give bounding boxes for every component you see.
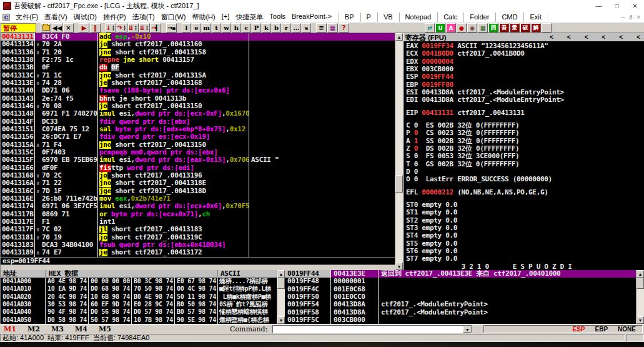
disasm-row[interactable]: 00413151 C074EA 75 12sal byte ptr ds:[ed… — [1, 126, 395, 133]
collapse-chevron-icon[interactable]: < — [602, 34, 605, 41]
stack-row[interactable]: 0019FF4C001E0C68 — [285, 286, 636, 293]
disasm-row[interactable]: 00413143 2e:74 f5bhnt je short 0041313b — [1, 95, 395, 103]
help-icon[interactable]: ? — [339, 23, 349, 33]
command-letter-c[interactable]: c — [242, 23, 251, 33]
disasm-row[interactable]: 00413189∧74 E7je short ctf2017_.00413172 — [1, 249, 395, 256]
register-line[interactable]: ST6 empty 0.0 — [406, 248, 644, 255]
disasm-row[interactable]: 00413136∨71 20jno short ctf2017_.0041315… — [1, 49, 395, 56]
combo-dropdown-icon[interactable]: ▼ — [463, 326, 472, 333]
child-close-icon[interactable]: × — [637, 14, 640, 21]
child-restore-icon[interactable]: ∂ — [629, 14, 632, 21]
disasm-row[interactable]: 00413134∨70 2Ajo short ctf2017_.00413160 — [1, 41, 395, 48]
register-line[interactable]: EIP 00413131 ctf2017_.00413131 — [406, 109, 644, 117]
register-line[interactable]: T 0 GS 002B 32位 0(FFFFFFFF) — [406, 161, 644, 168]
register-line[interactable]: ESP 0019FF44 — [406, 73, 644, 81]
register-line[interactable]: ST1 empty 0.0 — [406, 209, 644, 216]
disasm-row[interactable]: 0041317F∨7C 02jl short ctf2017_.00413183 — [1, 226, 395, 233]
disasm-row[interactable]: 00413168∨70 2Cjo short ctf2017_.00413196 — [1, 172, 395, 179]
disasm-row[interactable]: 0041313C∨71 1Cjno short ctf2017_.0041315… — [1, 72, 395, 79]
update-icon[interactable]: U — [435, 23, 445, 33]
dump-scrollbar[interactable]: ▲ ▼ — [277, 270, 285, 324]
register-line[interactable]: ST7 empty 0.0 — [406, 255, 644, 263]
command-letter-l[interactable]: l — [182, 23, 191, 33]
disasm-row[interactable]: 0041316A∨71 22jno short ctf2017_.0041318… — [1, 179, 395, 187]
grid-icon[interactable]: ▦ — [478, 23, 488, 33]
animate-over-icon[interactable]: ⇊⋮ — [139, 23, 150, 33]
menu-item-5[interactable]: 选项(T) — [129, 13, 158, 22]
register-line[interactable]: EDI 00413D8A ctf2017_.<ModuleEntryPoint> — [406, 96, 644, 104]
scroll-up-icon[interactable]: ▲ — [395, 33, 403, 41]
disasm-row[interactable]: 0041313E∨74 28je short ctf2017_.00413168 — [1, 79, 395, 87]
disasm-row[interactable]: 0041315C 0F7403pcmpeqb mm0,qword ptr ds:… — [1, 149, 395, 156]
menu-item-8[interactable]: [+] — [219, 13, 233, 22]
scroll-up-icon[interactable]: ▲ — [637, 270, 644, 278]
command-letter-P[interactable]: P — [252, 23, 261, 33]
menu-item-11[interactable]: BreakPoint-> — [289, 13, 335, 22]
register-line[interactable]: ST3 empty 0.0 — [406, 224, 644, 232]
disasm-row[interactable]: 0041313B 0Fdb 0F — [1, 64, 395, 71]
collapse-chevron-icon[interactable]: < — [637, 34, 640, 41]
register-line[interactable]: 3 2 1 0 E S P U O Z D I — [406, 263, 644, 270]
memory-tab-m4[interactable]: M4 — [71, 325, 95, 333]
disasm-row[interactable]: 00413146∨70 08jo short ctf2017_.00413150 — [1, 103, 395, 110]
registers-header[interactable]: 寄存器 (FPU)<<<<<< — [404, 33, 644, 41]
register-line[interactable]: ST4 empty 0.0 — [406, 232, 644, 239]
maximize-icon[interactable]: □ — [608, 0, 626, 12]
dump-header-address[interactable]: 地址 — [1, 270, 46, 278]
register-line[interactable]: EBP 0019FF80 — [406, 81, 644, 89]
register-line[interactable]: A 1 SS 002B 32位 0(FFFFFFFF) — [406, 138, 644, 145]
menu-item-7[interactable]: 帮助(H) — [189, 13, 218, 22]
blank-button[interactable] — [542, 23, 552, 33]
disasm-row[interactable]: 00413138 F2:75 1crepne jne short 0041315… — [1, 56, 395, 64]
dump-row[interactable]: 0041A000A0 4E 98 7400 00 00 00B0 3C 98 7… — [1, 278, 277, 285]
disasm-row[interactable]: 00413148 6971 F1 740270imul esi,dword pt… — [1, 110, 395, 118]
dump-header-hex[interactable]: HEX 数据 — [46, 270, 218, 278]
open-file-icon[interactable] — [41, 23, 51, 33]
command-letter-k[interactable]: k — [262, 23, 271, 33]
windows-list-icon[interactable]: ▦ — [327, 23, 338, 33]
command-letter-r[interactable]: r — [282, 23, 291, 33]
menu-item-1[interactable]: 文件(F) — [12, 13, 41, 22]
register-line[interactable]: ESI 00413D8A ctf2017_.<ModuleEntryPoint> — [406, 89, 644, 96]
menu-item-10[interactable]: Tools — [266, 13, 289, 22]
assembler-icon[interactable]: A — [446, 23, 456, 33]
logo-wu-icon[interactable]: 吾 — [499, 23, 509, 33]
disasm-row[interactable]: 0041317E F1int1 — [1, 218, 395, 226]
menu-item-4[interactable]: 插件(P) — [100, 13, 129, 22]
disasm-row[interactable]: 00413131 83C4 F0add esp,-0x10 — [1, 33, 395, 41]
logo-jie-icon[interactable]: 解 — [531, 23, 541, 33]
dump-header-ascii[interactable]: ASCII — [218, 270, 277, 278]
scroll-thumb[interactable] — [395, 175, 403, 193]
plugin-button-vb[interactable]: VB — [377, 13, 399, 22]
disasm-row[interactable]: 0041316C∨7D 1Fjge short ctf2017_.0041318… — [1, 188, 395, 195]
step-into-icon[interactable]: ↓⋮ — [106, 23, 116, 33]
logo-po-icon[interactable]: 破 — [520, 23, 530, 33]
memory-tab-m2[interactable]: M2 — [24, 325, 47, 333]
stack-row[interactable]: 0019FF4800000001 — [285, 278, 636, 285]
plugin-button-cmd[interactable]: CMD — [495, 13, 523, 22]
dump-row[interactable]: 0041A04090 4F 98 74D0 56 98 74D0 57 98 7… — [1, 308, 277, 316]
register-line[interactable]: EDX 00000004 — [406, 58, 644, 66]
register-line[interactable]: ST0 empty 0.0 — [406, 201, 644, 209]
close-icon[interactable]: ✕ — [626, 0, 644, 12]
stack-row[interactable]: 0019FF4400413E3E返回到 ctf2017_.00413E3E 来自… — [285, 270, 636, 278]
disasm-row[interactable]: 00413181∨70 19jo short ctf2017_.0041319C — [1, 234, 395, 241]
register-line[interactable]: ST2 empty 0.0 — [406, 217, 644, 224]
plugin-button-bp[interactable]: BP — [339, 13, 360, 22]
stack-row[interactable]: 0019FF5400413D8Actf2017_.<ModuleEntryPoi… — [285, 301, 636, 308]
disasm-row[interactable]: 0041315F 6970 EB 75EB69imul esi,dword pt… — [1, 156, 395, 164]
register-line[interactable]: P 0 CS 0023 32位 0(FFFFFFFF) — [406, 129, 644, 137]
command-letter-…[interactable]: … — [292, 23, 301, 33]
child-minimize-icon[interactable]: – — [622, 14, 625, 21]
execute-till-return-icon[interactable]: →▎ — [151, 23, 161, 33]
menu-item-3[interactable]: 调试(D) — [71, 13, 100, 22]
run-icon[interactable]: ▶ — [79, 23, 89, 33]
register-line[interactable]: EBX 003CB000 — [406, 66, 644, 73]
stack-row[interactable]: 0019FF5C003CB000 — [285, 316, 636, 324]
memory-tab-m1[interactable]: M1 — [0, 325, 24, 333]
close-program-icon[interactable]: × — [63, 23, 74, 33]
plugin-button-notepad[interactable]: Notepad — [399, 13, 438, 22]
command-letter-h[interactable]: h — [232, 23, 241, 33]
scroll-thumb[interactable] — [637, 278, 644, 289]
command-letter-w[interactable]: w — [222, 23, 231, 33]
